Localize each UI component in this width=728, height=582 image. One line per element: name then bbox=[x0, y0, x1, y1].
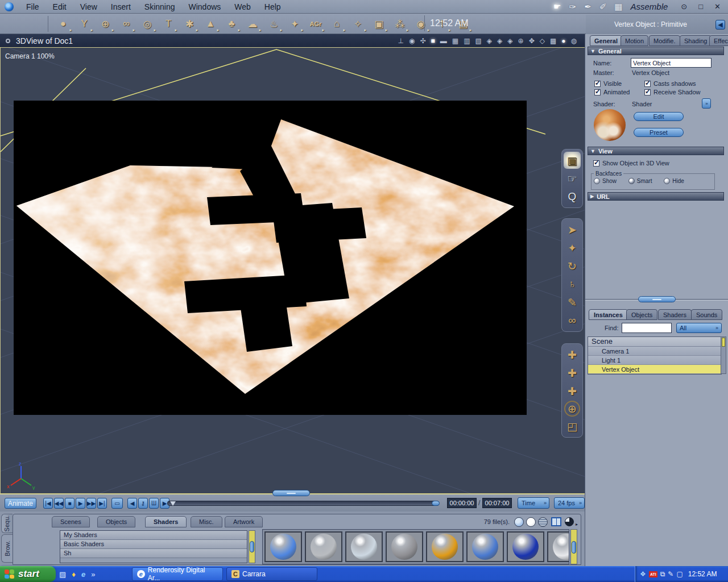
view-section-header[interactable]: ▼ View bbox=[588, 147, 724, 155]
shader-ball-crinkle[interactable] bbox=[386, 531, 423, 562]
shader-preview-ball[interactable] bbox=[594, 109, 626, 141]
scene-scrollbar[interactable] bbox=[721, 336, 726, 374]
sphere-tool[interactable]: ● bbox=[55, 16, 72, 32]
window-dot-icon[interactable] bbox=[6, 39, 10, 43]
hand-tool[interactable]: ☞ bbox=[564, 170, 581, 187]
filter-dropdown[interactable]: All » bbox=[676, 323, 722, 333]
fire-tool[interactable]: ♨ bbox=[265, 16, 282, 32]
menu-help[interactable]: Help bbox=[258, 1, 288, 13]
panel-back-button[interactable]: ◀ bbox=[715, 20, 725, 30]
cloud-tool[interactable]: ☁ bbox=[244, 16, 261, 32]
animated-checkbox[interactable] bbox=[594, 89, 601, 95]
up-circle-icon[interactable]: ⊕ bbox=[518, 36, 524, 46]
shader-ball-gray[interactable] bbox=[305, 531, 342, 562]
tab-shaders-panel[interactable]: Shaders bbox=[658, 309, 692, 320]
translate-xy-tool[interactable]: ✚ bbox=[564, 346, 581, 363]
playhead-marker[interactable] bbox=[170, 501, 176, 506]
textured-sphere-icon[interactable]: ◍ bbox=[571, 36, 577, 46]
rotate-tool[interactable]: ↻ bbox=[564, 257, 581, 275]
tray-app-icon[interactable]: ❖ bbox=[640, 570, 646, 578]
task-carrara[interactable]: C Carrara bbox=[226, 567, 317, 581]
scene-root-row[interactable]: Scene bbox=[588, 337, 721, 347]
tab-browser[interactable]: Brow. bbox=[1, 534, 13, 563]
particles-tool[interactable]: ✱ bbox=[181, 16, 198, 32]
prev-key-button[interactable]: ◀ bbox=[127, 498, 137, 509]
url-section-header[interactable]: ▶ URL bbox=[588, 192, 724, 201]
tab-objects[interactable]: Objects bbox=[97, 516, 135, 527]
render-camera-icon[interactable]: ◉ bbox=[409, 36, 415, 46]
globe-tool[interactable]: ⊕ bbox=[97, 16, 114, 32]
layout-grid-icon[interactable]: ▥ bbox=[464, 36, 470, 46]
scene-item-vertex-object[interactable]: Vertex Object bbox=[588, 365, 721, 374]
current-time-field[interactable]: 00:00:00 bbox=[447, 498, 477, 508]
menu-windows[interactable]: Windows bbox=[182, 1, 228, 13]
saturn-tool[interactable]: ♄ bbox=[564, 276, 581, 293]
preview-sphere-blue-icon[interactable] bbox=[514, 517, 524, 527]
menu-web[interactable]: Web bbox=[228, 1, 258, 13]
tab-misc[interactable]: Misc. bbox=[191, 516, 222, 527]
folder-scrollbar[interactable] bbox=[249, 530, 255, 563]
casts-shadows-checkbox[interactable] bbox=[644, 81, 651, 87]
backfaces-smart-radio[interactable]: Smart bbox=[628, 178, 652, 184]
gear-icon[interactable]: ✣ bbox=[420, 36, 426, 46]
preview-sphere-white-icon[interactable] bbox=[526, 517, 536, 527]
light-tool[interactable]: ✧ bbox=[349, 16, 366, 32]
tab-shaders[interactable]: Shaders bbox=[145, 516, 187, 527]
layout-quad-icon[interactable]: ▦ bbox=[452, 36, 458, 46]
pan-hand-icon[interactable]: ☛ bbox=[553, 2, 561, 12]
menu-view[interactable]: View bbox=[73, 1, 104, 13]
shader-ball-pearl[interactable] bbox=[547, 531, 569, 562]
menu-insert[interactable]: Insert bbox=[104, 1, 138, 13]
time-units-dropdown[interactable]: Time» bbox=[518, 497, 549, 509]
text-tool[interactable]: T bbox=[160, 16, 177, 32]
tab-shading[interactable]: Shading bbox=[680, 35, 712, 46]
list-item[interactable]: Sh bbox=[60, 549, 247, 558]
general-section-header[interactable]: ▼ General bbox=[588, 47, 724, 55]
shader-dropdown-button[interactable]: » bbox=[702, 98, 711, 109]
menu-edit[interactable]: Edit bbox=[46, 1, 73, 13]
layout-split-h-icon[interactable]: ▬ bbox=[440, 36, 447, 46]
translate-xz-tool[interactable]: ✚ bbox=[564, 364, 581, 381]
fountain-tool[interactable]: ✦ bbox=[286, 16, 303, 32]
display-icon[interactable]: ▢ bbox=[676, 570, 682, 578]
target-tool[interactable]: ◉ bbox=[412, 16, 429, 32]
list-item[interactable]: My Shaders bbox=[60, 531, 247, 540]
visible-checkbox[interactable] bbox=[594, 81, 601, 87]
scale-tool[interactable]: ✦ bbox=[564, 239, 581, 256]
3d-viewport[interactable]: Camera 1 100% bbox=[0, 48, 585, 493]
stop-button[interactable]: ■ bbox=[65, 498, 75, 509]
move-tool[interactable]: ➤ bbox=[564, 221, 581, 238]
thumbnail-scrollbar[interactable] bbox=[570, 529, 577, 564]
animate-button[interactable]: Animate bbox=[5, 498, 36, 509]
overflow-chevron[interactable]: » bbox=[91, 570, 95, 579]
backfaces-show-radio[interactable]: Show bbox=[594, 178, 617, 184]
scroll-thumb[interactable] bbox=[722, 338, 725, 347]
hierarchy-icon[interactable]: ⊥ bbox=[398, 36, 404, 46]
scene-item-light[interactable]: Light 1 bbox=[588, 356, 721, 365]
show-desktop-icon[interactable]: ▨ bbox=[59, 570, 66, 579]
gray-cube-icon[interactable]: ▩ bbox=[550, 36, 556, 46]
edit-button[interactable]: Edit bbox=[634, 112, 684, 121]
frame-range-button[interactable]: ▭ bbox=[111, 498, 123, 509]
rewind-button[interactable]: ◀◀ bbox=[54, 498, 64, 509]
add-key-button[interactable]: ⚷ bbox=[138, 498, 148, 509]
layout-mixed-icon[interactable]: ▧ bbox=[475, 36, 482, 46]
shader-ball-navy[interactable] bbox=[507, 531, 544, 562]
white-sphere-icon[interactable]: ● bbox=[561, 36, 565, 46]
maximize-button[interactable]: □ bbox=[697, 2, 705, 11]
pen-tray-icon[interactable]: ✎ bbox=[668, 570, 673, 578]
tab-effects[interactable]: Effects bbox=[709, 35, 728, 46]
delete-key-button[interactable]: Ш bbox=[149, 498, 159, 509]
network-icon[interactable]: ⧉ bbox=[660, 570, 665, 578]
shader-folder-list[interactable]: My Shaders Basic Shaders Sh bbox=[60, 530, 247, 563]
camera-pan-tool[interactable]: ▣ bbox=[564, 152, 581, 169]
total-time-field[interactable]: 00:07:00 bbox=[482, 498, 512, 508]
media-icon[interactable]: ♦ bbox=[72, 570, 76, 579]
scene-item-camera[interactable]: Camera 1 bbox=[588, 347, 721, 356]
shader-ball-blue[interactable] bbox=[264, 531, 302, 562]
scroll-thumb[interactable] bbox=[572, 541, 576, 554]
close-button[interactable]: ✕ bbox=[713, 2, 722, 11]
shader-ball-paleblue[interactable] bbox=[345, 531, 383, 562]
preview-list-icon[interactable] bbox=[538, 517, 548, 527]
layout-single-icon[interactable]: ■ bbox=[431, 36, 435, 46]
